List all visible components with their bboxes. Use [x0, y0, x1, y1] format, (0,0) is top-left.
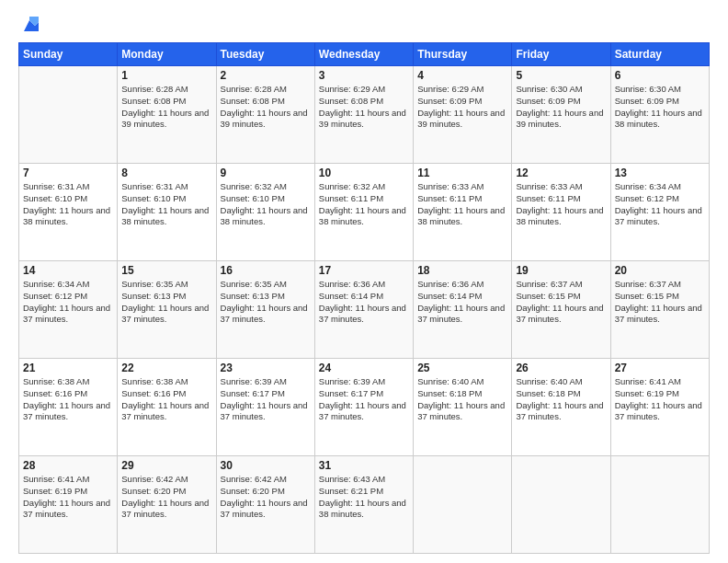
day-info: Sunrise: 6:33 AM Sunset: 6:11 PM Dayligh… [417, 181, 507, 228]
sunset-text: Sunset: 6:13 PM [121, 291, 211, 303]
sunrise-text: Sunrise: 6:33 AM [516, 181, 606, 193]
day-info: Sunrise: 6:35 AM Sunset: 6:13 PM Dayligh… [221, 279, 311, 326]
table-cell [610, 456, 709, 554]
calendar-header-row: Sunday Monday Tuesday Wednesday Thursday… [19, 43, 710, 66]
day-number: 8 [121, 167, 211, 179]
day-info: Sunrise: 6:38 AM Sunset: 6:16 PM Dayligh… [23, 376, 113, 423]
daylight-text: Daylight: 11 hours and 37 minutes. [221, 498, 311, 522]
sunrise-text: Sunrise: 6:36 AM [319, 279, 409, 291]
daylight-text: Daylight: 11 hours and 39 minutes. [221, 108, 311, 132]
day-info: Sunrise: 6:29 AM Sunset: 6:09 PM Dayligh… [417, 84, 507, 131]
daylight-text: Daylight: 11 hours and 39 minutes. [319, 108, 409, 132]
table-cell: 7 Sunrise: 6:31 AM Sunset: 6:10 PM Dayli… [19, 164, 118, 261]
day-number: 2 [221, 69, 311, 82]
table-cell: 13 Sunrise: 6:34 AM Sunset: 6:12 PM Dayl… [610, 164, 709, 261]
sunset-text: Sunset: 6:15 PM [516, 291, 606, 303]
daylight-text: Daylight: 11 hours and 37 minutes. [319, 303, 409, 327]
sunrise-text: Sunrise: 6:35 AM [221, 279, 311, 291]
logo [18, 17, 39, 33]
sunrise-text: Sunrise: 6:39 AM [319, 376, 409, 388]
daylight-text: Daylight: 11 hours and 38 minutes. [121, 205, 211, 229]
day-info: Sunrise: 6:39 AM Sunset: 6:17 PM Dayligh… [319, 376, 409, 423]
table-cell: 18 Sunrise: 6:36 AM Sunset: 6:14 PM Dayl… [414, 261, 512, 359]
sunrise-text: Sunrise: 6:31 AM [23, 181, 113, 193]
sunset-text: Sunset: 6:18 PM [417, 388, 507, 400]
day-number: 29 [121, 459, 211, 472]
day-number: 16 [221, 264, 311, 277]
day-info: Sunrise: 6:37 AM Sunset: 6:15 PM Dayligh… [615, 279, 705, 326]
day-number: 19 [516, 264, 606, 277]
day-number: 15 [121, 264, 211, 277]
table-cell: 24 Sunrise: 6:39 AM Sunset: 6:17 PM Dayl… [314, 359, 413, 456]
day-info: Sunrise: 6:35 AM Sunset: 6:13 PM Dayligh… [121, 279, 211, 326]
sunrise-text: Sunrise: 6:40 AM [417, 376, 507, 388]
day-number: 12 [516, 167, 606, 179]
sunrise-text: Sunrise: 6:38 AM [23, 376, 113, 388]
table-cell: 12 Sunrise: 6:33 AM Sunset: 6:11 PM Dayl… [512, 164, 610, 261]
day-number: 22 [121, 362, 211, 374]
table-cell: 6 Sunrise: 6:30 AM Sunset: 6:09 PM Dayli… [610, 66, 709, 164]
col-monday: Monday [118, 43, 216, 66]
daylight-text: Daylight: 11 hours and 37 minutes. [319, 400, 409, 424]
sunset-text: Sunset: 6:13 PM [221, 291, 311, 303]
sunset-text: Sunset: 6:09 PM [615, 96, 705, 108]
sunset-text: Sunset: 6:18 PM [516, 388, 606, 400]
day-info: Sunrise: 6:29 AM Sunset: 6:08 PM Dayligh… [319, 84, 409, 131]
sunset-text: Sunset: 6:12 PM [615, 193, 705, 205]
day-info: Sunrise: 6:40 AM Sunset: 6:18 PM Dayligh… [417, 376, 507, 423]
day-info: Sunrise: 6:42 AM Sunset: 6:20 PM Dayligh… [121, 474, 211, 521]
daylight-text: Daylight: 11 hours and 38 minutes. [615, 108, 705, 132]
day-number: 18 [417, 264, 507, 277]
sunset-text: Sunset: 6:20 PM [121, 486, 211, 498]
day-info: Sunrise: 6:28 AM Sunset: 6:08 PM Dayligh… [121, 84, 211, 131]
col-tuesday: Tuesday [216, 43, 314, 66]
table-cell: 27 Sunrise: 6:41 AM Sunset: 6:19 PM Dayl… [610, 359, 709, 456]
sunset-text: Sunset: 6:12 PM [23, 291, 113, 303]
table-cell: 5 Sunrise: 6:30 AM Sunset: 6:09 PM Dayli… [512, 66, 610, 164]
day-info: Sunrise: 6:31 AM Sunset: 6:10 PM Dayligh… [23, 181, 113, 228]
day-number: 13 [615, 167, 705, 179]
table-cell: 26 Sunrise: 6:40 AM Sunset: 6:18 PM Dayl… [512, 359, 610, 456]
day-number: 27 [615, 362, 705, 374]
sunset-text: Sunset: 6:11 PM [319, 193, 409, 205]
table-cell: 4 Sunrise: 6:29 AM Sunset: 6:09 PM Dayli… [414, 66, 512, 164]
day-info: Sunrise: 6:39 AM Sunset: 6:17 PM Dayligh… [221, 376, 311, 423]
day-number: 20 [615, 264, 705, 277]
table-cell: 25 Sunrise: 6:40 AM Sunset: 6:18 PM Dayl… [414, 359, 512, 456]
daylight-text: Daylight: 11 hours and 38 minutes. [221, 205, 311, 229]
daylight-text: Daylight: 11 hours and 37 minutes. [516, 400, 606, 424]
table-cell: 21 Sunrise: 6:38 AM Sunset: 6:16 PM Dayl… [19, 359, 118, 456]
table-cell: 19 Sunrise: 6:37 AM Sunset: 6:15 PM Dayl… [512, 261, 610, 359]
day-number: 30 [221, 459, 311, 472]
day-info: Sunrise: 6:36 AM Sunset: 6:14 PM Dayligh… [319, 279, 409, 326]
day-number: 10 [319, 167, 409, 179]
sunset-text: Sunset: 6:14 PM [417, 291, 507, 303]
daylight-text: Daylight: 11 hours and 37 minutes. [516, 303, 606, 327]
table-cell: 28 Sunrise: 6:41 AM Sunset: 6:19 PM Dayl… [19, 456, 118, 554]
sunrise-text: Sunrise: 6:30 AM [516, 84, 606, 96]
day-info: Sunrise: 6:43 AM Sunset: 6:21 PM Dayligh… [319, 474, 409, 521]
sunrise-text: Sunrise: 6:35 AM [121, 279, 211, 291]
daylight-text: Daylight: 11 hours and 37 minutes. [615, 303, 705, 327]
sunset-text: Sunset: 6:19 PM [23, 486, 113, 498]
sunset-text: Sunset: 6:08 PM [221, 96, 311, 108]
daylight-text: Daylight: 11 hours and 38 minutes. [516, 205, 606, 229]
sunrise-text: Sunrise: 6:43 AM [319, 474, 409, 486]
daylight-text: Daylight: 11 hours and 37 minutes. [121, 303, 211, 327]
table-cell: 14 Sunrise: 6:34 AM Sunset: 6:12 PM Dayl… [19, 261, 118, 359]
sunrise-text: Sunrise: 6:42 AM [121, 474, 211, 486]
day-info: Sunrise: 6:28 AM Sunset: 6:08 PM Dayligh… [221, 84, 311, 131]
sunrise-text: Sunrise: 6:36 AM [417, 279, 507, 291]
sunset-text: Sunset: 6:21 PM [319, 486, 409, 498]
day-info: Sunrise: 6:41 AM Sunset: 6:19 PM Dayligh… [23, 474, 113, 521]
sunrise-text: Sunrise: 6:33 AM [417, 181, 507, 193]
table-cell: 17 Sunrise: 6:36 AM Sunset: 6:14 PM Dayl… [314, 261, 413, 359]
sunset-text: Sunset: 6:08 PM [121, 96, 211, 108]
daylight-text: Daylight: 11 hours and 37 minutes. [221, 400, 311, 424]
day-info: Sunrise: 6:42 AM Sunset: 6:20 PM Dayligh… [221, 474, 311, 521]
col-thursday: Thursday [414, 43, 512, 66]
table-cell: 30 Sunrise: 6:42 AM Sunset: 6:20 PM Dayl… [216, 456, 314, 554]
day-number: 4 [417, 69, 507, 82]
day-number: 6 [615, 69, 705, 82]
sunset-text: Sunset: 6:10 PM [121, 193, 211, 205]
